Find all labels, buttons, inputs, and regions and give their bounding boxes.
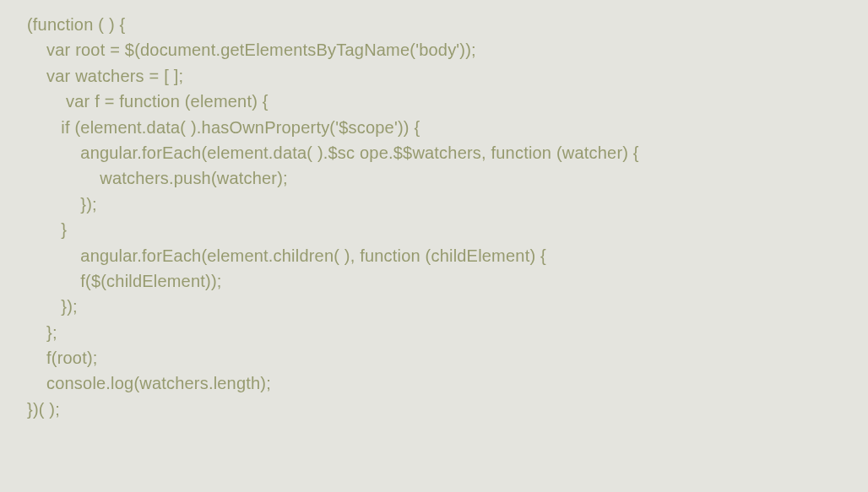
code-line: f(root); <box>27 345 868 370</box>
code-line: (function ( ) { <box>27 12 868 37</box>
code-line: var root = $(document.getElementsByTagNa… <box>27 37 868 62</box>
code-line: } <box>27 217 868 242</box>
code-line: if (element.data( ).hasOwnProperty('$sco… <box>27 115 868 140</box>
code-line: var watchers = [ ]; <box>27 63 868 89</box>
code-line: watchers.push(watcher); <box>27 165 868 191</box>
code-line: })( ); <box>27 397 868 422</box>
code-line: f($(childElement)); <box>27 268 868 294</box>
code-line: angular.forEach(element.data( ).$sc ope.… <box>27 140 868 165</box>
code-line: }); <box>27 294 868 319</box>
code-block: (function ( ) { var root = $(document.ge… <box>27 12 868 422</box>
code-line: }; <box>27 320 868 345</box>
code-line: console.log(watchers.length); <box>27 370 868 396</box>
code-line: }); <box>27 192 868 217</box>
code-line: angular.forEach(element.children( ), fun… <box>27 243 868 268</box>
code-line: var f = function (element) { <box>27 89 868 114</box>
